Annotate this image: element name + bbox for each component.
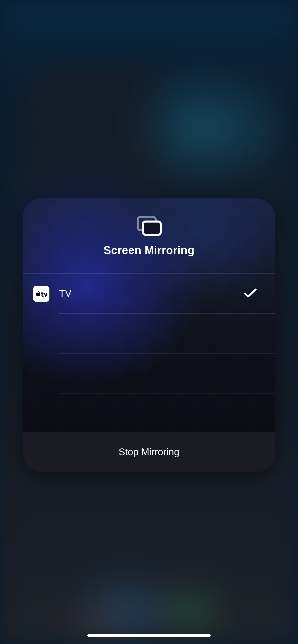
modal-title: Screen Mirroring xyxy=(104,244,195,257)
modal-header: Screen Mirroring xyxy=(23,198,275,274)
apple-tv-icon xyxy=(33,286,49,302)
home-indicator[interactable] xyxy=(87,634,211,637)
device-row-tv[interactable]: TV xyxy=(23,274,275,314)
screen-mirroring-icon xyxy=(136,215,162,238)
device-row-empty[interactable] xyxy=(23,314,275,354)
screen-mirroring-modal: Screen Mirroring TV xyxy=(23,198,275,472)
device-list: TV xyxy=(23,274,275,433)
device-row-empty[interactable] xyxy=(23,354,275,393)
checkmark-icon xyxy=(244,288,257,300)
device-row-empty[interactable] xyxy=(23,393,275,433)
stop-mirroring-button[interactable]: Stop Mirroring xyxy=(23,432,275,472)
device-label: TV xyxy=(59,288,244,299)
stop-mirroring-label: Stop Mirroring xyxy=(119,447,180,458)
svg-rect-1 xyxy=(143,222,161,235)
